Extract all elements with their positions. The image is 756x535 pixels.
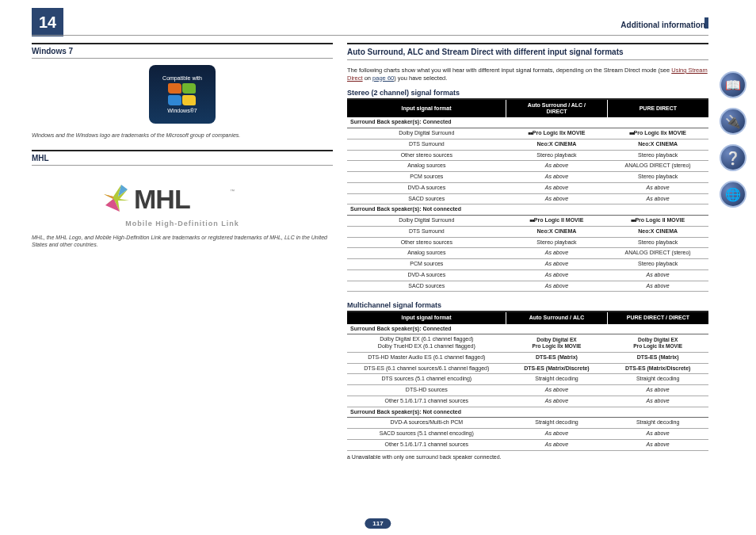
multi-heading: Multichannel signal formats	[347, 301, 708, 312]
book-icon[interactable]: 📖	[720, 71, 746, 98]
cell: As above	[607, 182, 708, 193]
svg-marker-3	[104, 194, 113, 199]
connect-icon[interactable]: 🔌	[720, 108, 746, 135]
cell: As above	[506, 193, 608, 204]
cell: DTS Surround	[347, 139, 506, 150]
windows7-logo: Compatible with Windows®7	[149, 65, 216, 124]
cell: DTS-ES (Matrix/Discrete)	[506, 363, 608, 374]
cell: Neo:X CINEMA	[506, 139, 608, 150]
table-row: SACD sourcesAs aboveAs above	[347, 281, 708, 292]
table-row: DVD-A sourcesAs aboveAs above	[347, 269, 708, 281]
page-link[interactable]: page 60	[372, 75, 394, 82]
table-row: Other stereo sourcesStereo playbackStere…	[347, 237, 708, 248]
windows-flag-icon	[168, 83, 197, 105]
cell: DVD-A sources/Multi-ch PCM	[347, 418, 506, 429]
mhl-trademark-note: MHL, the MHL Logo, and Mobile High-Defin…	[32, 234, 333, 248]
cell: As above	[506, 182, 608, 193]
cell: PCM sources	[347, 172, 506, 183]
cell: As above	[607, 385, 708, 396]
table-header: PURE DIRECT / DIRECT	[607, 312, 708, 323]
left-column: Windows 7 Compatible with Windows®7 Wind…	[32, 43, 333, 527]
cell: SACD sources	[347, 281, 506, 292]
table-header: Input signal format	[347, 312, 506, 323]
stereo-table: Input signal formatAuto Surround / ALC /…	[347, 100, 708, 292]
cell: As above	[607, 439, 708, 450]
cell: As above	[506, 161, 608, 172]
table-header: Auto Surround / ALC	[506, 312, 608, 323]
cell: Neo:X CINEMA	[607, 226, 708, 237]
group-cell: Surround Back speaker(s): Not connected	[347, 204, 708, 216]
cell: DTS-ES (Matrix)	[506, 352, 608, 363]
page-number: 117	[365, 518, 391, 529]
cell: Stereo playback	[607, 237, 708, 248]
cell: Pro Logic II MOVIE	[506, 216, 608, 227]
footnote-a: a Unavailable with only one surround bac…	[347, 454, 708, 460]
cell: As above	[506, 269, 608, 281]
cell: Dolby Digital EX Pro Logic IIx MOVIE	[607, 334, 708, 353]
group-cell: Surround Back speaker(s): Connected	[347, 324, 708, 334]
cell: Analog sources	[347, 248, 506, 259]
intro-text: The following charts show what you will …	[347, 67, 708, 82]
stereo-heading: Stereo (2 channel) signal formats	[347, 89, 708, 100]
table-row: DVD-A sourcesAs aboveAs above	[347, 182, 708, 193]
cell: Neo:X CINEMA	[607, 139, 708, 150]
cell: Dolby Digital EX Pro Logic IIx MOVIE	[506, 334, 608, 353]
table-row: PCM sourcesAs aboveStereo playback	[347, 172, 708, 183]
cell: Straight decoding	[607, 374, 708, 385]
cell: As above	[506, 396, 608, 407]
table-row: DTS SurroundNeo:X CINEMANeo:X CINEMA	[347, 226, 708, 237]
cell: Stereo playback	[607, 150, 708, 161]
help-icon[interactable]: ❔	[720, 144, 746, 171]
compat-top: Compatible with	[162, 75, 202, 81]
cell: SACD sources (5.1 channel encoding)	[347, 429, 506, 440]
main-heading: Auto Surround, ALC and Stream Direct wit…	[347, 43, 708, 60]
table-row: PCM sourcesAs aboveStereo playback	[347, 259, 708, 270]
cell: SACD sources	[347, 193, 506, 204]
group-cell: Surround Back speaker(s): Not connected	[347, 407, 708, 418]
cell: DTS-HD sources	[347, 385, 506, 396]
cell: Analog sources	[347, 161, 506, 172]
cell: ANALOG DIRECT (stereo)	[607, 248, 708, 259]
table-row: Surround Back speaker(s): Not connected	[347, 407, 708, 418]
table-row: Other 5.1/6.1/7.1 channel sourcesAs abov…	[347, 396, 708, 407]
cell: Pro Logic IIx MOVIE	[607, 128, 708, 139]
table-row: Analog sourcesAs aboveANALOG DIRECT (ste…	[347, 161, 708, 172]
cell: Neo:X CINEMA	[506, 226, 608, 237]
mhl-text: MHL	[134, 184, 190, 214]
table-row: Other stereo sourcesStereo playbackStere…	[347, 150, 708, 161]
cell: As above	[607, 429, 708, 440]
cell: DTS-ES (Matrix)	[607, 352, 708, 363]
cell: As above	[607, 281, 708, 292]
cell: Other stereo sources	[347, 150, 506, 161]
section-title: Additional information	[620, 21, 705, 29]
cell: As above	[506, 385, 608, 396]
right-column: Auto Surround, ALC and Stream Direct wit…	[347, 43, 708, 527]
cell: Stereo playback	[607, 259, 708, 270]
cell: DVD-A sources	[347, 182, 506, 193]
windows-trademark-note: Windows and the Windows logo are tradema…	[32, 132, 333, 139]
cell: As above	[506, 259, 608, 270]
table-row: Analog sourcesAs aboveANALOG DIRECT (ste…	[347, 248, 708, 259]
cell: Stereo playback	[506, 237, 608, 248]
table-header: PURE DIRECT	[607, 100, 708, 118]
cell: DTS-ES (Matrix/Discrete)	[607, 363, 708, 374]
globe-icon[interactable]: 🌐	[720, 181, 746, 208]
cell: PCM sources	[347, 259, 506, 270]
cell: DVD-A sources	[347, 269, 506, 281]
cell: Other 5.1/6.1/7.1 channel sources	[347, 439, 506, 450]
content-area: Windows 7 Compatible with Windows®7 Wind…	[32, 43, 708, 527]
cell: Pro Logic IIx MOVIE	[506, 128, 608, 139]
cell: Dolby Digital Surround	[347, 216, 506, 227]
table-row: SACD sourcesAs aboveAs above	[347, 193, 708, 204]
table-row: Dolby Digital SurroundPro Logic II MOVIE…	[347, 216, 708, 227]
cell: DTS Surround	[347, 226, 506, 237]
header-bar	[32, 35, 708, 36]
cell: As above	[506, 172, 608, 183]
mhl-logo: MHL ™ Mobile High-Definition Link	[95, 177, 269, 227]
table-header: Auto Surround / ALC / DIRECT	[506, 100, 608, 118]
cell: ANALOG DIRECT (stereo)	[607, 161, 708, 172]
cell: Straight decoding	[506, 374, 608, 385]
table-row: DTS sources (5.1 channel encoding)Straig…	[347, 374, 708, 385]
table-row: DTS-HD sourcesAs aboveAs above	[347, 385, 708, 396]
mhl-subtitle: Mobile High-Definition Link	[95, 220, 269, 227]
